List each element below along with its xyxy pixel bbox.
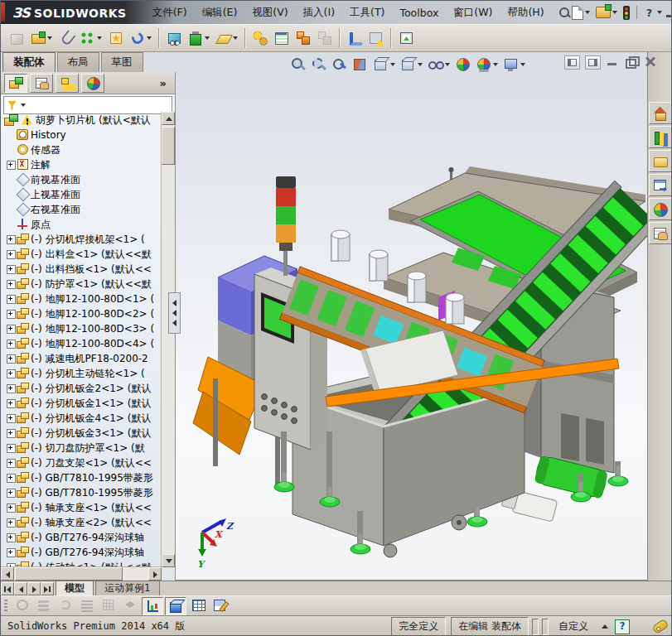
open-file-button[interactable] — [594, 5, 619, 20]
bottom-toolbar-button[interactable] — [120, 597, 140, 614]
pane-left-icon[interactable] — [564, 55, 580, 70]
expand-icon[interactable] — [7, 161, 16, 170]
doc-minimize-icon[interactable] — [606, 55, 620, 68]
tree-item[interactable]: (-) GB/T7810-1995带菱形 — [1, 470, 162, 485]
next-tab-button[interactable] — [27, 582, 41, 595]
expand-icon[interactable] — [7, 340, 16, 349]
expand-icon[interactable] — [7, 399, 16, 408]
menu-item[interactable]: 视图(V) — [244, 2, 295, 23]
scroll-left-button[interactable] — [1, 567, 14, 581]
scrollbar-thumb[interactable] — [15, 567, 123, 581]
tree-item[interactable]: 右视基准面 — [1, 202, 162, 217]
hud-button[interactable] — [289, 55, 307, 73]
status-custom-label[interactable]: 自定义 — [552, 618, 595, 635]
expand-icon[interactable] — [7, 295, 16, 304]
expand-icon[interactable] — [7, 429, 16, 438]
bottom-toolbar-button[interactable] — [34, 597, 54, 614]
expand-icon[interactable] — [7, 325, 16, 334]
task-pane-button[interactable] — [649, 102, 672, 124]
tree-item[interactable]: 传感器 — [1, 142, 162, 157]
task-pane-button[interactable] — [649, 198, 672, 220]
bottom-toolbar-button[interactable] — [99, 597, 118, 614]
expand-icon[interactable] — [7, 235, 16, 244]
configurationmanager-tab[interactable] — [56, 74, 79, 93]
toolbar-button[interactable] — [56, 26, 77, 50]
toolbar-button[interactable] — [105, 26, 127, 50]
expand-icon[interactable] — [7, 504, 16, 513]
task-pane-button[interactable] — [649, 150, 672, 172]
hud-button[interactable] — [310, 55, 327, 73]
toolbar-grip[interactable] — [4, 600, 7, 613]
hud-button[interactable] — [475, 55, 499, 73]
status-help-button[interactable]: ? — [615, 619, 630, 634]
toolbar-button[interactable] — [365, 26, 387, 50]
toolbar-button[interactable] — [185, 26, 213, 50]
pane-splitter-handle[interactable] — [168, 292, 181, 334]
bottom-toolbar-button[interactable] — [77, 597, 97, 614]
expand-icon[interactable] — [7, 548, 16, 557]
toolbar-button[interactable] — [292, 26, 314, 50]
performance-button[interactable] — [621, 4, 631, 22]
toolbar-button[interactable] — [344, 26, 365, 50]
tree-item[interactable]: (-) 地脚12-100-80D<4> ( — [1, 336, 162, 351]
expand-icon[interactable] — [7, 265, 16, 274]
expand-icon[interactable] — [7, 384, 16, 393]
scroll-down-button[interactable] — [162, 554, 175, 567]
expand-icon[interactable] — [7, 310, 16, 319]
hud-button[interactable] — [427, 55, 451, 73]
menu-item[interactable]: 窗口(W) — [446, 2, 500, 23]
tree-item[interactable]: (-) 分切机钣金2<1> (默认 — [1, 381, 162, 396]
propertymanager-tab[interactable] — [30, 74, 53, 93]
pane-expand-button[interactable]: » — [155, 77, 172, 89]
task-pane-button[interactable] — [649, 126, 672, 148]
tree-horizontal-scrollbar[interactable] — [1, 566, 162, 581]
toolbar-button[interactable] — [213, 26, 241, 50]
bottom-toolbar-button[interactable] — [165, 597, 186, 615]
tree-item[interactable]: (-) GB/T276-94深沟球轴 — [1, 545, 162, 560]
scroll-up-button[interactable] — [162, 112, 175, 125]
expand-icon[interactable] — [7, 474, 16, 483]
tree-item[interactable]: (-) 分切机钣金3<1> (默认 — [1, 426, 162, 441]
tree-item[interactable]: (-) 防护罩<1> (默认<<默 — [1, 277, 162, 292]
toolbar-button[interactable] — [27, 26, 56, 50]
tree-item[interactable]: (-) 轴承支座<1> (默认<< — [1, 500, 162, 515]
commandmanager-tab[interactable]: 装配体 — [2, 52, 56, 72]
tag-icon[interactable] — [651, 619, 669, 634]
tree-item[interactable]: (-) 出料挡板<1> (默认<< — [1, 262, 162, 277]
doc-close-icon[interactable] — [644, 55, 658, 68]
scrollbar-thumb[interactable] — [162, 127, 175, 165]
hud-button[interactable] — [502, 55, 526, 73]
menu-item[interactable]: 插入(I) — [296, 2, 342, 23]
new-file-button[interactable] — [570, 4, 592, 22]
menu-item[interactable]: 文件(F) — [145, 2, 195, 23]
expand-icon[interactable] — [7, 533, 16, 542]
tree-item[interactable]: (-) 分切机焊接机架<1> ( — [1, 232, 162, 247]
document-tab[interactable]: 模型 — [56, 581, 94, 595]
expand-icon[interactable] — [7, 354, 16, 364]
menu-item[interactable]: Toolbox — [392, 3, 446, 22]
toolbar-button[interactable] — [271, 26, 292, 50]
expand-icon[interactable] — [7, 280, 16, 289]
expand-icon[interactable] — [7, 518, 16, 528]
expand-icon[interactable] — [7, 489, 16, 498]
help-button[interactable]: ? — [642, 5, 664, 21]
tree-item[interactable]: History — [1, 128, 162, 142]
tree-item[interactable]: (-) 地脚12-100-80D<1> ( — [1, 292, 162, 306]
tree-item[interactable]: (-) 分切机钣金1<1> (默认 — [1, 396, 162, 411]
doc-restore-icon[interactable] — [625, 55, 639, 68]
machine-signal-tower[interactable] — [276, 176, 296, 276]
displaymanager-tab[interactable] — [81, 74, 104, 93]
expand-icon[interactable] — [7, 250, 16, 259]
hud-button[interactable] — [454, 55, 471, 73]
prev-tab-button[interactable] — [14, 582, 27, 595]
commandmanager-tab[interactable]: 布局 — [57, 52, 99, 72]
minimize-button[interactable] — [664, 7, 672, 19]
tree-item[interactable]: (-) 地脚12-100-80D<2> ( — [1, 306, 162, 321]
tree-item[interactable]: (-) 切刀盘防护罩<1> (默 — [1, 441, 162, 455]
bottom-toolbar-button[interactable] — [142, 597, 163, 615]
toolbar-button[interactable] — [6, 26, 27, 50]
tree-item[interactable]: (-) 轴承支座<2> (默认<< — [1, 515, 162, 530]
toolbar-button[interactable] — [249, 26, 271, 50]
expand-icon[interactable] — [7, 369, 16, 378]
expand-icon[interactable] — [7, 414, 16, 423]
